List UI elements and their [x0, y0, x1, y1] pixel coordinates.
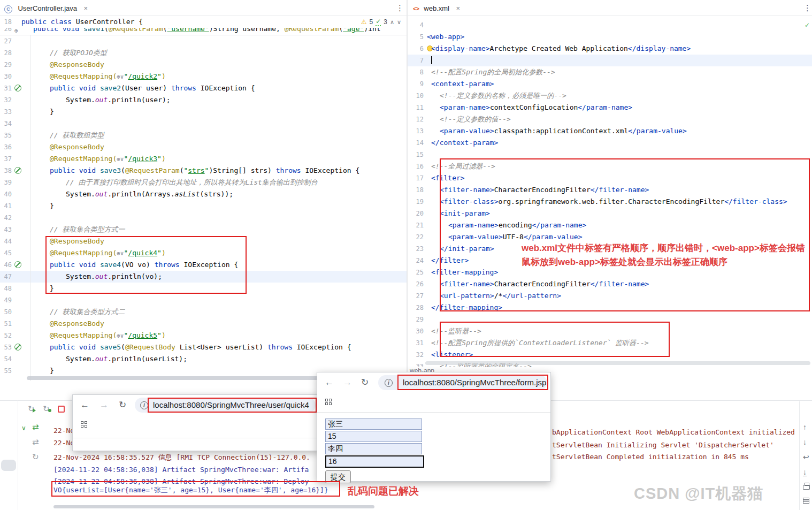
- code-line-9[interactable]: 9<context-param>: [408, 78, 812, 90]
- code-line-20[interactable]: 20<init-param>: [408, 208, 812, 219]
- code-line-11[interactable]: 11<param-name>contextConfigLocation</par…: [408, 102, 812, 113]
- age-input-1[interactable]: 15: [325, 431, 422, 442]
- clear-console-icon[interactable]: [803, 498, 809, 504]
- site-info-icon[interactable]: i: [140, 401, 148, 409]
- code-line-52[interactable]: 52@RequestMapping(⊕∨"/quick5"): [0, 330, 407, 341]
- refresh-icon[interactable]: ↻: [32, 453, 39, 461]
- code-line-30[interactable]: 30@RequestMapping(⊕∨"/quick2"): [0, 71, 407, 82]
- code-line-13[interactable]: 13<param-value>classpath:applicationCont…: [408, 125, 812, 137]
- code-line-33[interactable]: 33}: [0, 106, 407, 118]
- site-info-icon[interactable]: i: [385, 379, 393, 387]
- code-line-17[interactable]: 17<filter>: [408, 172, 812, 184]
- code-line-38[interactable]: 38public void save3(@RequestParam("strs"…: [0, 165, 407, 177]
- name-input-2[interactable]: 李四: [325, 443, 422, 454]
- code-line-19[interactable]: 19<filter-class>org.springframework.web.…: [408, 196, 812, 208]
- sticky-header-line[interactable]: 18 public class UserController { ⚠ 5 ✓ 3…: [0, 16, 407, 28]
- code-line-50[interactable]: 50// 获取集合类型方式二: [0, 306, 407, 318]
- forward-icon[interactable]: →: [99, 399, 109, 411]
- close-tab-icon[interactable]: ×: [456, 4, 460, 12]
- code-line-36[interactable]: 36@ResponseBody: [0, 141, 407, 153]
- code-line-16[interactable]: 16<!--全局过滤器-->: [408, 161, 812, 172]
- rerun-icon[interactable]: ↻: [28, 405, 35, 413]
- print-icon[interactable]: [803, 485, 810, 490]
- tab-usercontroller[interactable]: C UserController.java ×: [4, 3, 88, 13]
- right-editor-hscrollbar[interactable]: [425, 361, 810, 365]
- left-editor[interactable]: 2728// 获取POJO类型29@ResponseBody30@Request…: [0, 35, 407, 381]
- code-line-21[interactable]: 21<param-name>encoding</param-name>: [408, 219, 812, 231]
- code-line-32[interactable]: 32<listener>: [408, 349, 812, 361]
- close-tab-icon[interactable]: ×: [83, 4, 88, 12]
- swap-arrows-icon[interactable]: ⇄: [32, 438, 39, 446]
- reload-icon[interactable]: ↻: [119, 399, 126, 411]
- code-line-29[interactable]: 29@ResponseBody: [0, 59, 407, 71]
- clipped-code-line[interactable]: 26 ⊕ public void save1(@RequestParam("us…: [0, 28, 407, 35]
- code-line-14[interactable]: 14</context-param>: [408, 137, 812, 149]
- code-line-43[interactable]: 43// 获取集合类型方式一: [0, 224, 407, 235]
- back-icon[interactable]: ←: [80, 399, 89, 411]
- prev-issue-icon[interactable]: ∧: [390, 19, 394, 26]
- code-line-54[interactable]: 54System.out.println(userList);: [0, 353, 407, 365]
- code-line-28[interactable]: 28// 获取POJO类型: [0, 47, 407, 59]
- code-line-22[interactable]: 22<param-value>UTF-8</param-value>: [408, 231, 812, 243]
- code-line-45[interactable]: 45@RequestMapping(⊕∨"/quick4"): [0, 247, 407, 259]
- code-line-51[interactable]: 51@ResponseBody: [0, 318, 407, 330]
- apps-grid-icon[interactable]: [325, 399, 333, 406]
- code-line-31[interactable]: 31public void save2(User user) throws IO…: [0, 82, 407, 94]
- mapping-gutter-icon[interactable]: ⊕: [14, 28, 18, 35]
- tool-window-stripe-button[interactable]: [1, 460, 16, 471]
- code-line-18[interactable]: 18<filter-name>CharacterEncodingFilter</…: [408, 184, 812, 196]
- code-line-27[interactable]: 27<url-pattern>/*</url-pattern>: [408, 290, 812, 302]
- apps-grid-icon[interactable]: [81, 421, 88, 429]
- code-line-8[interactable]: 8<!--配置Spring的全局初始化参数-->: [408, 66, 812, 78]
- deploy-arrows-icon[interactable]: ⇄: [32, 423, 39, 431]
- tree-expander-icon[interactable]: ∨: [21, 424, 26, 432]
- editor-options-kebab-icon[interactable]: ⋮: [396, 3, 404, 13]
- code-line-10[interactable]: 10<!--定义参数的名称，必须是唯一的-->: [408, 90, 812, 102]
- code-line-26[interactable]: 26<filter-name>CharacterEncodingFilter</…: [408, 278, 812, 290]
- rerun-debug-icon[interactable]: ↻: [43, 405, 50, 413]
- soft-wrap-icon[interactable]: ↩: [803, 453, 809, 461]
- code-line-34[interactable]: 34: [0, 118, 407, 130]
- right-editor[interactable]: 45<web-app>6<display-name>Archetype Crea…: [408, 19, 812, 375]
- scroll-to-end-icon[interactable]: ↓: [803, 468, 807, 476]
- scroll-up-icon[interactable]: ↑: [803, 423, 807, 431]
- age-input-2[interactable]: 16: [325, 455, 424, 468]
- code-line-53[interactable]: 53public void save5(@RequestBody List<Us…: [0, 341, 407, 353]
- mapping-gutter-icon[interactable]: [14, 167, 21, 174]
- code-line-40[interactable]: 40System.out.println(Arrays.asList(strs)…: [0, 188, 407, 200]
- code-line-35[interactable]: 35// 获取数组类型: [0, 130, 407, 141]
- code-line-12[interactable]: 12<!--定义参数的值-->: [408, 113, 812, 125]
- forward-icon[interactable]: →: [343, 377, 352, 389]
- inspections-widget[interactable]: ⚠ 5 ✓ 3 ∧ ∨: [361, 18, 401, 26]
- submit-button[interactable]: 提交: [325, 470, 351, 483]
- code-line-48[interactable]: 48}: [0, 283, 407, 294]
- editor-options-kebab-icon[interactable]: ⋮: [803, 3, 811, 13]
- code-line-28[interactable]: 28</filter-mapping>: [408, 302, 812, 314]
- code-line-47[interactable]: 47System.out.println(vo);: [0, 271, 407, 283]
- code-line-44[interactable]: 44@ResponseBody: [0, 235, 407, 247]
- inspections-ok-icon[interactable]: ✓: [805, 21, 810, 29]
- back-icon[interactable]: ←: [325, 377, 334, 389]
- code-line-25[interactable]: 25<filter-mapping>: [408, 267, 812, 278]
- code-line-4[interactable]: 4: [408, 19, 812, 31]
- console-hscrollbar[interactable]: [53, 505, 374, 508]
- code-line-41[interactable]: 41}: [0, 200, 407, 212]
- tab-webxml[interactable]: <> web.xml ×: [413, 3, 460, 13]
- code-line-15[interactable]: 15: [408, 149, 812, 161]
- code-line-5[interactable]: 5<web-app>: [408, 31, 812, 43]
- code-line-7[interactable]: 7: [408, 55, 812, 66]
- name-input-1[interactable]: 张三: [325, 418, 422, 430]
- code-line-39[interactable]: 39// 由于直接打印数组时只会打印出其地址，所以将其转为List集合输出到控制…: [0, 177, 407, 188]
- mapping-gutter-icon[interactable]: [14, 261, 21, 268]
- next-issue-icon[interactable]: ∨: [397, 19, 401, 26]
- code-line-42[interactable]: 42: [0, 212, 407, 224]
- stop-icon[interactable]: [58, 406, 65, 413]
- code-line-27[interactable]: 27: [0, 35, 407, 47]
- scroll-down-icon[interactable]: ↓: [803, 438, 807, 446]
- code-line-32[interactable]: 32System.out.println(user);: [0, 94, 407, 106]
- reload-icon[interactable]: ↻: [361, 377, 369, 389]
- code-line-37[interactable]: 37@RequestMapping(⊕∨"/quick3"): [0, 153, 407, 165]
- code-line-49[interactable]: 49: [0, 294, 407, 306]
- code-line-30[interactable]: 30<!--监听器-->: [408, 325, 812, 337]
- code-line-46[interactable]: 46public void save4(VO vo) throws IOExce…: [0, 259, 407, 271]
